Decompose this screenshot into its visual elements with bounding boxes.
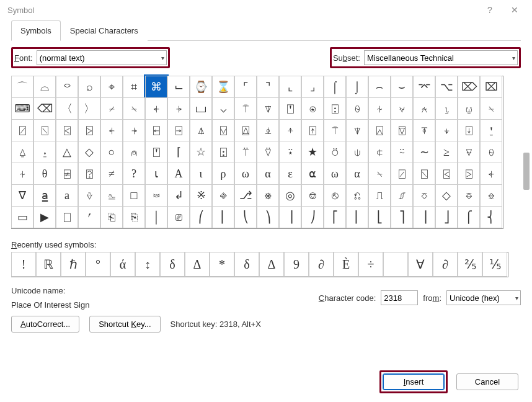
tab-special-characters[interactable]: Special Characters [61,20,148,41]
symbol-cell[interactable]: ⍯ [56,163,78,185]
symbol-cell[interactable]: ⎈ [257,184,279,207]
symbol-cell[interactable]: △ [56,141,78,163]
symbol-cell[interactable]: a̲ [33,184,56,207]
recent-grid[interactable]: !ℝℏ°ά↕δΔ*δΔ9∂È÷∀∂⅖⅕ [11,252,508,277]
symbol-cell[interactable]: ⍭ [368,97,391,120]
recent-cell[interactable]: È [334,252,358,277]
recent-cell[interactable]: ℏ [61,252,86,277]
symbol-cell[interactable]: ⍏ [279,119,301,141]
recent-cell[interactable]: ά [110,252,135,277]
recent-cell[interactable]: ∀ [408,252,433,277]
symbol-cell[interactable]: ⌟ [301,76,324,98]
symbol-cell[interactable]: ⌕ [78,76,100,98]
symbol-cell[interactable]: ⍸ [435,97,458,120]
recent-cell[interactable]: ℝ [36,252,61,277]
symbol-cell[interactable]: ⌥ [435,76,458,98]
from-combo[interactable]: ▾ [446,290,521,305]
symbol-cell[interactable]: ⎖ [78,206,100,228]
autocorrect-button[interactable]: AutoCorrect... [11,316,79,333]
symbol-cell[interactable]: ◇ [435,184,458,207]
symbol-cell[interactable]: ω [324,163,346,185]
symbol-cell[interactable]: ⎠ [301,206,324,228]
symbol-cell[interactable]: ⎥ [413,206,435,228]
symbol-cell[interactable]: ⎘ [123,206,145,228]
subset-input[interactable] [364,50,518,65]
symbol-cell[interactable]: ⌢ [368,76,391,98]
symbol-cell[interactable]: ⎋ [324,184,346,207]
recent-cell[interactable]: ! [11,252,36,277]
scrollbar[interactable] [523,153,530,190]
symbol-cell[interactable]: ⍅ [145,97,167,120]
symbol-cell[interactable]: ※ [190,184,212,207]
symbol-cell[interactable]: ∇ [11,184,33,207]
symbol-cell[interactable]: ⍑ [234,97,257,120]
symbol-cell[interactable]: ⎧ [458,206,480,228]
symbol-cell[interactable]: │ [145,206,167,228]
font-combo[interactable]: ▾ [37,50,167,65]
symbol-cell[interactable]: ⎣ [368,206,391,228]
symbol-cell[interactable]: ⍃ [435,163,458,185]
recent-cell[interactable]: ⅖ [458,252,482,277]
symbol-cell[interactable]: ⌒ [11,76,33,98]
symbol-cell[interactable]: ⍣ [279,141,301,163]
symbol-cell[interactable]: ⌗ [123,76,145,98]
symbol-cell[interactable]: ⎦ [435,206,458,228]
symbol-cell[interactable]: ⍍ [234,119,257,141]
symbol-cell[interactable]: ⎕ [56,206,78,228]
symbol-cell[interactable]: ⍒ [346,119,368,141]
symbol-cell[interactable]: ⎃ [145,184,167,207]
symbol-cell[interactable]: ⎁ [100,184,123,207]
symbol-cell[interactable]: ⌜ [234,76,257,98]
symbol-cell[interactable]: ⍟ [301,97,324,120]
symbol-cell[interactable]: a [56,184,78,207]
symbol-cell[interactable]: ⍅ [480,163,502,185]
symbol-cell[interactable]: ⌣ [391,76,413,98]
symbol-cell[interactable]: ⍞ [145,141,167,163]
symbol-cell[interactable]: ⌦ [458,76,480,98]
symbol-cell[interactable]: ⍬ [480,141,502,163]
symbol-cell[interactable]: ⌧ [480,76,502,98]
symbol-cell[interactable]: ◎ [279,184,301,207]
symbol-cell[interactable]: ⍒ [257,97,279,120]
symbol-cell[interactable]: ⎇ [234,184,257,207]
symbol-cell[interactable]: ⎤ [391,206,413,228]
symbol-cell[interactable]: ⌘ [145,76,167,98]
recent-cell[interactable]: δ [160,252,185,277]
symbol-cell[interactable]: ρ [212,163,234,185]
tab-symbols[interactable]: Symbols [11,20,61,41]
symbol-cell[interactable]: ⌫ [33,97,56,120]
recent-cell[interactable]: ∂ [433,252,458,277]
symbol-cell[interactable]: ⎟ [279,206,301,228]
symbol-cell[interactable]: ⍅ [100,119,123,141]
symbol-cell[interactable]: α [257,163,279,185]
from-input[interactable] [446,290,521,305]
symbol-cell[interactable]: ⍂ [33,119,56,141]
symbol-cell[interactable]: ⌖ [100,76,123,98]
symbol-cell[interactable]: ⍥ [324,141,346,163]
symbol-cell[interactable]: ⌙ [167,76,190,98]
symbol-cell[interactable]: ⎏ [413,184,435,207]
symbol-cell[interactable]: α [346,163,368,185]
symbol-cell[interactable]: ⍄ [458,163,480,185]
symbol-cell[interactable]: ↲ [167,184,190,207]
subset-combo[interactable]: ▾ [364,50,518,65]
symbol-cell[interactable]: ⍆ [123,119,145,141]
symbol-cell[interactable]: ⍁ [391,163,413,185]
recent-cell[interactable]: ↕ [135,252,160,277]
symbol-cell[interactable]: 〈 [56,97,78,120]
char-code-input[interactable] [381,290,418,305]
symbol-cell[interactable]: ⍋ [190,119,212,141]
symbol-cell[interactable]: ⍙ [11,141,33,163]
recent-cell[interactable]: 9 [284,252,309,277]
symbol-cell[interactable]: ⌵ [212,97,234,120]
symbol-cell[interactable]: ⎑ [458,184,480,207]
cancel-button[interactable]: Cancel [456,373,518,390]
symbol-cell[interactable]: ⎌ [346,184,368,207]
symbol-cell[interactable]: ⍭ [11,163,33,185]
symbol-cell[interactable]: □ [123,184,145,207]
symbol-cell[interactable]: ⎊ [301,184,324,207]
symbol-cell[interactable]: ⍖ [435,119,458,141]
symbol-cell[interactable]: ⎞ [257,206,279,228]
recent-cell[interactable]: ÷ [358,252,383,277]
symbol-cell[interactable]: ⍬ [346,97,368,120]
